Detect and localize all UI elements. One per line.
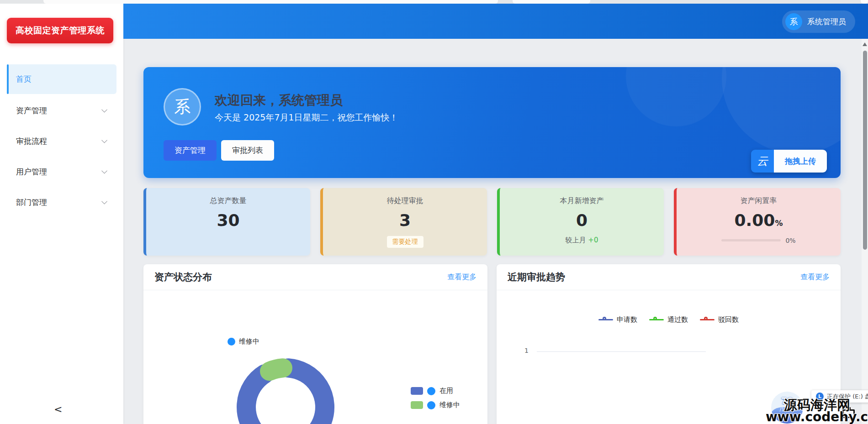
browser-edge-strip	[0, 0, 868, 4]
sidebar-item-label: 首页	[16, 74, 32, 84]
status-badge: 需要处理	[387, 236, 423, 248]
stat-footer-label: 较上月	[566, 236, 586, 244]
chevron-down-icon	[101, 199, 107, 204]
stat-cards-row: 总资产数量 30 待处理审批 3 需要处理 本月新增资产 0 较上月 +0 资产…	[143, 188, 841, 256]
legend-label: 驳回数	[718, 315, 739, 324]
stat-card-total-assets[interactable]: 总资产数量 30	[143, 188, 310, 256]
progress-track	[721, 239, 781, 241]
main-content: 系 欢迎回来，系统管理员 今天是 2025年7月1日星期二，祝您工作愉快！ 资产…	[123, 39, 868, 424]
watermark-site-url: www.codehy.com	[766, 409, 868, 424]
sidebar-item-label: 部门管理	[16, 197, 47, 208]
chart-header: 资产状态分布 查看更多	[143, 264, 487, 290]
legend-label: 通过数	[667, 315, 688, 324]
chart-header: 近期审批趋势 查看更多	[497, 264, 841, 290]
stat-card-pending-approvals[interactable]: 待处理审批 3 需要处理	[320, 188, 487, 256]
legend-dot-icon	[427, 401, 435, 409]
legend-label: 申请数	[617, 315, 637, 324]
top-header: 系 系统管理员	[123, 4, 868, 39]
legend-label: 维修中	[439, 401, 460, 409]
legend-label: 在用	[439, 387, 453, 395]
sidebar: 高校固定资产管理系统 首页 资产管理 审批流程 用户管理 部门管理 <	[0, 4, 123, 424]
app-logo-text: 高校固定资产管理系统	[16, 25, 105, 37]
line-series-marker-icon	[700, 317, 715, 323]
scrollbar-thumb[interactable]	[863, 51, 867, 250]
sidebar-item-label: 审批流程	[16, 136, 47, 147]
line-series-marker-icon	[649, 317, 664, 323]
stat-title: 总资产数量	[146, 196, 310, 206]
user-menu[interactable]: 系 系统管理员	[782, 10, 855, 33]
sidebar-item-department-management[interactable]: 部门管理	[7, 191, 116, 214]
legend-swatch	[411, 401, 423, 409]
legend-item-approved[interactable]: 通过数	[649, 315, 688, 324]
donut-legend: 在用 维修中	[411, 387, 460, 409]
welcome-banner: 系 欢迎回来，系统管理员 今天是 2025年7月1日星期二，祝您工作愉快！ 资产…	[143, 67, 841, 178]
browser-edge-segment	[861, 0, 868, 4]
stat-title: 本月新增资产	[500, 196, 664, 206]
chart-title: 资产状态分布	[154, 271, 212, 283]
donut-segment-maintenance[interactable]	[270, 368, 283, 371]
banner-decoration-circle	[626, 67, 726, 126]
idle-rate-progress: 0%	[677, 237, 841, 244]
sidebar-item-asset-management[interactable]: 资产管理	[7, 99, 116, 122]
legend-item-applications[interactable]: 申请数	[598, 315, 637, 324]
legend-item-in-use[interactable]: 在用	[411, 387, 460, 395]
view-more-link[interactable]: 查看更多	[800, 272, 830, 282]
welcome-title: 欢迎回来，系统管理员	[215, 92, 343, 109]
donut-hover-label: 维修中	[228, 337, 259, 346]
legend-item-rejected[interactable]: 驳回数	[700, 315, 739, 324]
stat-value: 0	[500, 211, 664, 230]
donut-chart[interactable]	[231, 352, 340, 424]
sidebar-item-label: 资产管理	[16, 105, 47, 116]
drag-upload-widget[interactable]: 云 拖拽上传	[751, 150, 827, 173]
stat-title: 待处理审批	[323, 196, 487, 206]
legend-dot-icon	[228, 338, 235, 345]
asset-management-button[interactable]: 资产管理	[164, 140, 217, 161]
sidebar-item-user-management[interactable]: 用户管理	[7, 160, 116, 183]
welcome-date: 今天是 2025年7月1日星期二，祝您工作愉快！	[215, 112, 398, 124]
vertical-scrollbar[interactable]	[862, 39, 868, 424]
sidebar-collapse-button[interactable]: <	[54, 404, 62, 414]
scroll-up-arrow-icon[interactable]	[863, 42, 867, 46]
chevron-down-icon	[101, 107, 107, 113]
y-axis-tick: 1	[515, 347, 529, 354]
asset-status-chart-card: 资产状态分布 查看更多 维修中 在用	[143, 264, 487, 424]
sidebar-item-label: 用户管理	[16, 167, 47, 177]
legend-dot-icon	[427, 387, 435, 395]
banner-decoration-circle	[722, 67, 841, 154]
stat-card-idle-rate[interactable]: 资产闲置率 0.00% 0%	[674, 188, 841, 256]
stat-footer: 较上月 +0	[500, 236, 664, 245]
sidebar-menu: 首页 资产管理 审批流程 用户管理 部门管理	[0, 64, 123, 221]
chart-title: 近期审批趋势	[508, 271, 565, 283]
browser-edge-segment	[513, 0, 590, 4]
avatar: 系	[785, 13, 802, 30]
line-chart-legend: 申请数 通过数 驳回数	[497, 315, 841, 324]
chevron-down-icon	[101, 137, 107, 143]
donut-hover-label-text: 维修中	[239, 337, 259, 346]
sidebar-item-approval-flow[interactable]: 审批流程	[7, 130, 116, 152]
progress-label: 0%	[785, 237, 795, 244]
stat-card-new-assets-month[interactable]: 本月新增资产 0 较上月 +0	[497, 188, 664, 256]
stat-unit: %	[775, 219, 783, 228]
stat-value: 0.00%	[677, 211, 841, 230]
cloud-upload-icon: 云	[751, 150, 774, 173]
stat-value: 3	[323, 211, 487, 230]
gridline	[537, 351, 706, 352]
line-series-marker-icon	[598, 317, 613, 323]
approval-list-button[interactable]: 审批列表	[221, 140, 274, 161]
drag-upload-label: 拖拽上传	[774, 150, 827, 173]
legend-item-maintenance[interactable]: 维修中	[411, 401, 460, 409]
banner-actions: 资产管理 审批列表	[164, 140, 274, 161]
view-more-link[interactable]: 查看更多	[447, 272, 476, 282]
stat-value: 30	[146, 211, 310, 230]
chevron-down-icon	[101, 168, 107, 174]
stat-delta: +0	[588, 236, 598, 244]
avatar: 系	[164, 88, 201, 126]
stat-title: 资产闲置率	[677, 196, 841, 206]
charts-row: 资产状态分布 查看更多 维修中 在用	[143, 264, 841, 424]
username: 系统管理员	[807, 16, 846, 27]
sidebar-item-home[interactable]: 首页	[7, 64, 116, 94]
browser-edge-segment	[43, 0, 498, 4]
app-logo[interactable]: 高校固定资产管理系统	[7, 18, 113, 43]
app-canvas: 高校固定资产管理系统 首页 资产管理 审批流程 用户管理 部门管理 <	[0, 0, 868, 424]
legend-swatch	[411, 387, 423, 395]
